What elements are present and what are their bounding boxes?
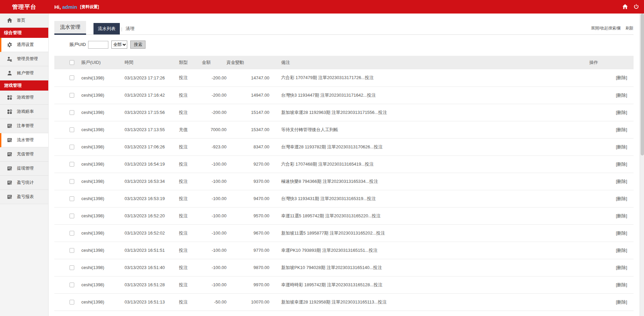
tab-flow-list[interactable]: 流水列表 (93, 23, 120, 34)
delete-link[interactable]: [刪除] (616, 299, 627, 305)
delete-link[interactable]: [刪除] (616, 162, 627, 167)
table-row: ceshi(1398)03/13/2023 16:51:40投注-100.009… (54, 259, 634, 276)
type-cell: 投注 (179, 207, 202, 224)
delete-link[interactable]: [刪除] (616, 282, 627, 287)
scrollbar-thumb[interactable] (641, 14, 644, 155)
sidebar-item[interactable]: 账户管理 (0, 66, 48, 80)
report-icon (7, 194, 12, 200)
gear-icon (7, 42, 12, 48)
type-cell: 投注 (179, 155, 202, 173)
account-cell: ceshi(1398) (81, 69, 125, 87)
select-all-checkbox[interactable] (70, 60, 74, 65)
refresh-link[interactable]: 刷新 (625, 25, 634, 31)
uid-input[interactable] (88, 41, 108, 49)
row-checkbox[interactable] (70, 248, 74, 253)
delete-link[interactable]: [刪除] (616, 75, 627, 80)
table-row: ceshi(1398)03/13/2023 17:15:56投注-200.001… (54, 104, 634, 121)
checkbox-cell (54, 104, 81, 121)
time-cell: 03/13/2023 17:17:26 (125, 69, 179, 87)
time-cell: 03/13/2023 17:13:55 (125, 121, 179, 138)
time-cell: 03/13/2023 16:51:28 (125, 276, 179, 293)
account-cell: ceshi(1398) (81, 293, 125, 311)
time-cell: 03/13/2023 17:16:42 (125, 87, 179, 104)
row-checkbox[interactable] (70, 145, 74, 149)
report-icon (7, 123, 12, 129)
sidebar-item[interactable]: 首页 (0, 14, 48, 28)
greeting: Hi, admin [资料设置] (54, 4, 99, 10)
delete-link[interactable]: [刪除] (616, 196, 627, 201)
delete-link[interactable]: [刪除] (616, 110, 627, 115)
remark-cell: 新加坡11選5 1895877期 注單20230313165202...投注 (269, 224, 589, 242)
row-checkbox[interactable] (70, 110, 74, 115)
delete-link[interactable]: [刪除] (616, 144, 627, 149)
type-select[interactable]: 全部 (111, 41, 127, 49)
delete-link[interactable]: [刪除] (616, 230, 627, 236)
account-cell: ceshi(1398) (81, 224, 125, 242)
delete-link[interactable]: [刪除] (616, 265, 627, 270)
delete-link[interactable]: [刪除] (616, 127, 627, 132)
tab-cleanup[interactable]: 清理 (122, 23, 138, 34)
delete-link[interactable]: [刪除] (616, 179, 627, 184)
sidebar-item[interactable]: 盈亏统计 (0, 176, 48, 190)
report-icon (7, 137, 12, 143)
report-icon (7, 166, 12, 171)
remark-cell: 台灣幸運28 1193782期 注單20230313170626...投注 (269, 138, 589, 155)
row-checkbox[interactable] (70, 75, 74, 80)
delete-link[interactable]: [刪除] (616, 93, 627, 98)
row-checkbox[interactable] (70, 196, 74, 201)
time-cell: 03/13/2023 16:51:13 (125, 293, 179, 311)
apps-icon (7, 95, 12, 100)
sidebar-item[interactable]: 通用设置 (0, 38, 48, 52)
balance-cell: 8347.00 (226, 138, 269, 155)
delete-link[interactable]: [刪除] (616, 248, 627, 253)
home-icon[interactable] (622, 4, 628, 10)
balance-cell: 9570.00 (226, 207, 269, 224)
delete-link[interactable]: [刪除] (616, 213, 627, 218)
search-button[interactable]: 搜索 (130, 41, 145, 49)
account-cell: ceshi(1398) (81, 138, 125, 155)
action-cell: [刪除] (589, 293, 634, 311)
balance-cell: 10070.00 (226, 293, 269, 311)
sidebar-item[interactable]: 盈亏报表 (0, 190, 48, 204)
sidebar-item[interactable]: 提现管理 (0, 162, 48, 176)
row-checkbox[interactable] (70, 283, 74, 287)
balance-cell: 14947.00 (226, 87, 269, 104)
remark-cell: 六合彩 1707479期 注單20230313171726...投注 (269, 69, 589, 87)
row-checkbox[interactable] (70, 127, 74, 132)
balance-cell: 9870.00 (226, 259, 269, 276)
row-checkbox[interactable] (70, 179, 74, 184)
row-checkbox[interactable] (70, 162, 74, 167)
checkbox-cell (54, 224, 81, 242)
time-cell: 03/13/2023 16:51:51 (125, 242, 179, 259)
sidebar-item[interactable]: 管理员管理 (0, 52, 48, 66)
row-checkbox[interactable] (70, 93, 74, 98)
sidebar-nav: 首页综合管理通用设置管理员管理账户管理游戏管理游戏管理游戏赔率注单管理流水管理充… (0, 14, 49, 316)
account-cell: ceshi(1398) (81, 242, 125, 259)
table-row: ceshi(1398)03/13/2023 17:06:26投注-923.008… (54, 138, 634, 155)
scrollbar[interactable] (640, 14, 644, 316)
row-checkbox[interactable] (70, 214, 74, 218)
sidebar-item-label: 提现管理 (17, 166, 34, 171)
sidebar-item[interactable]: 充值管理 (0, 147, 48, 162)
page-title: 流水管理 (54, 21, 86, 35)
row-checkbox[interactable] (70, 265, 74, 270)
type-cell: 投注 (179, 104, 202, 121)
account-cell: ceshi(1398) (81, 104, 125, 121)
amount-cell: -50.00 (202, 293, 226, 311)
checkbox-cell (54, 138, 81, 155)
sidebar-item[interactable]: 注单管理 (0, 119, 48, 133)
toggle-search-link[interactable]: 展開/收起搜索欄 (591, 25, 620, 31)
amount-cell: -100.00 (202, 173, 226, 190)
profile-settings-link[interactable]: [资料设置] (80, 4, 99, 10)
sidebar-item[interactable]: 游戏赔率 (0, 105, 48, 119)
row-checkbox[interactable] (70, 231, 74, 236)
toolbar-links: 展開/收起搜索欄 刷新 (591, 25, 634, 34)
sidebar-item[interactable]: 游戏管理 (0, 91, 48, 105)
power-icon[interactable] (633, 4, 639, 10)
sidebar-item-label: 流水管理 (17, 137, 34, 143)
sidebar-item-label: 游戏赔率 (17, 109, 34, 115)
sidebar-item[interactable]: 流水管理 (0, 133, 48, 147)
amount-cell: -200.00 (202, 104, 226, 121)
remark-cell: 等待支付轉管理後台人工到帳 (269, 121, 589, 138)
row-checkbox[interactable] (70, 300, 74, 305)
